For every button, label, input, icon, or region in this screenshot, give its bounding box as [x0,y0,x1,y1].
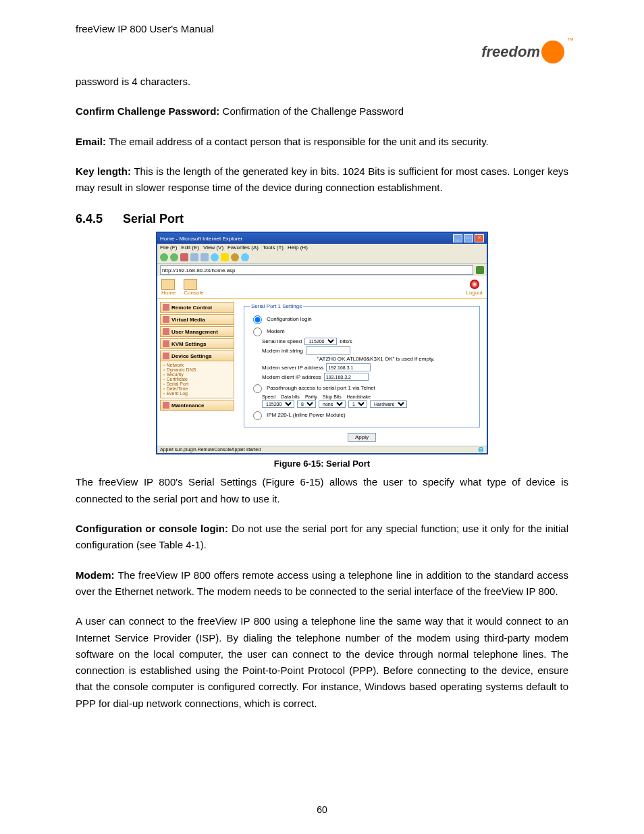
min-icon[interactable]: _ [453,234,462,242]
logo-text: freedom [481,43,540,61]
init-label: Modem init string [262,348,303,354]
sub-serialport[interactable]: ▫ Serial Port [163,382,232,386]
section-title: Serial Port [123,212,184,226]
radio-modem[interactable] [253,328,262,336]
serial-port-fieldset: Serial Port 1 Settings Configuration log… [244,303,480,427]
pass-parity[interactable]: none [319,400,346,408]
back-icon[interactable] [160,253,168,261]
home-icon[interactable] [200,253,209,261]
browser-toolbar[interactable] [157,251,487,263]
pass-speed[interactable]: 115200 [262,400,294,408]
line-speed-label: Serial line speed [262,338,302,344]
rc-icon [163,304,169,311]
stop-icon[interactable] [180,253,188,261]
app-header: Home Console Logout [157,276,487,299]
radio-ipm[interactable] [253,411,262,420]
sidebar-item-virtual-media[interactable]: Virtual Media [160,314,234,325]
modem-line: Modem: The freeView IP 800 offers remote… [76,567,568,600]
mail-icon[interactable] [241,253,249,261]
status-icon: 🌐 [478,447,484,452]
close-icon[interactable]: × [475,234,484,242]
url-input[interactable] [160,265,473,275]
console-tab-icon[interactable] [184,279,197,290]
vm-icon [163,316,169,323]
para-ppp: A user can connect to the freeView IP 80… [76,613,568,712]
ds-icon [163,353,169,359]
home-tab-label[interactable]: Home [161,290,176,296]
line-speed-select[interactable]: 115200 [304,338,337,345]
confirm-line: Confirm Challenge Password: Confirmation… [76,103,568,120]
sidebar: Remote Control Virtual Media User Manage… [157,299,237,446]
status-text: Applet sun.plugin.RemoteConsoleApplet st… [160,447,261,452]
page-number: 60 [0,804,644,815]
sidebar-item-device-settings[interactable]: Device Settings [160,350,234,361]
modem-body: The freeView IP 800 offers remote access… [76,569,568,597]
um-icon [163,328,169,335]
search-icon[interactable] [211,253,219,261]
init-input[interactable] [306,346,350,355]
sub-eventlog[interactable]: ▫ Event Log [163,391,232,396]
figure-caption: Figure 6-15: Serial Port [76,459,568,469]
server-ip-label: Modem server IP address [262,365,323,371]
menu-bar[interactable]: File (F)Edit (E)View (V)Favorites (A)Too… [157,244,487,251]
client-ip-input[interactable] [324,373,369,381]
sidebar-item-kvm-settings[interactable]: KVM Settings [160,338,234,349]
para-serial-intro: The freeView IP 800's Serial Settings (F… [76,474,568,507]
confirm-body: Confirmation of the Challenge Password [223,105,404,117]
figure-screenshot: Home - Microsoft Internet Explorer _ □ ×… [156,232,488,454]
modem-label: Modem: [76,569,117,581]
sub-network[interactable]: ▫ Network [163,363,232,367]
address-bar [157,263,487,276]
pw-line: password is 4 characters. [76,74,568,90]
init-hint: "ATZH0 OK ATL0M0&K3X1 OK" is used if emp… [317,356,435,362]
brand-logo: freedom [481,41,564,63]
logout-label[interactable]: Logout [466,290,483,296]
server-ip-input[interactable] [326,363,371,371]
email-line: Email: The email address of a contact pe… [76,134,568,150]
radio-config-login[interactable] [253,315,262,324]
cfg-label: Configuration or console login: [76,523,232,534]
sub-datetime[interactable]: ▫ Date/Time [163,386,232,391]
section-heading: 6.4.5Serial Port [76,212,568,226]
history-icon[interactable] [231,253,239,261]
status-bar: Applet sun.plugin.RemoteConsoleApplet st… [157,446,487,453]
key-line: Key length: This is the length of the ge… [76,163,568,197]
sidebar-item-maintenance[interactable]: Maintenance [160,400,234,411]
sub-certificate[interactable]: ▫ Certificate [163,377,232,382]
opt-pass-label: Passthrough access to serial port 1 via … [267,385,375,391]
section-num: 6.4.5 [76,212,123,226]
pass-databits[interactable]: 8 [297,400,316,408]
kvm-icon [163,340,169,347]
mt-icon [163,402,169,409]
line-speed-unit: bits/s [340,338,352,344]
opt-ipm-label: IPM 220-L (Inline Power Module) [267,412,346,418]
cfg-line: Configuration or console login: Do not u… [76,521,568,554]
key-label: Key length: [76,165,134,177]
home-tab-icon[interactable] [161,279,175,290]
key-body: This is the length of the generated key … [76,165,568,193]
pass-stopbits[interactable]: 1 [348,400,367,408]
client-ip-label: Modem client IP address [262,374,321,380]
logout-icon[interactable] [470,280,479,289]
settings-content: Serial Port 1 Settings Configuration log… [237,299,487,446]
opt-modem-label: Modem [267,328,285,334]
sidebar-item-user-management[interactable]: User Management [160,326,234,337]
go-icon[interactable] [476,266,484,274]
favorites-icon[interactable] [221,253,229,261]
radio-passthrough[interactable] [253,384,262,393]
refresh-icon[interactable] [190,253,198,261]
apply-button[interactable]: Apply [348,433,376,442]
email-body: The email address of a contact person th… [109,136,489,147]
fieldset-legend: Serial Port 1 Settings [250,303,303,309]
sub-security[interactable]: ▫ Security [163,372,232,377]
confirm-label: Confirm Challenge Password: [76,105,223,117]
sidebar-item-remote-control[interactable]: Remote Control [160,302,234,313]
window-titlebar: Home - Microsoft Internet Explorer _ □ × [157,233,487,244]
sidebar-sublist: ▫ Network ▫ Dynamic DNS ▫ Security ▫ Cer… [160,361,234,398]
max-icon[interactable]: □ [464,234,473,242]
forward-icon[interactable] [170,253,178,261]
doc-header: freeView IP 800 User's Manual [76,23,568,34]
pass-handshake[interactable]: Hardware [370,400,407,408]
sub-ddns[interactable]: ▫ Dynamic DNS [163,367,232,372]
console-tab-label[interactable]: Console [184,290,203,296]
